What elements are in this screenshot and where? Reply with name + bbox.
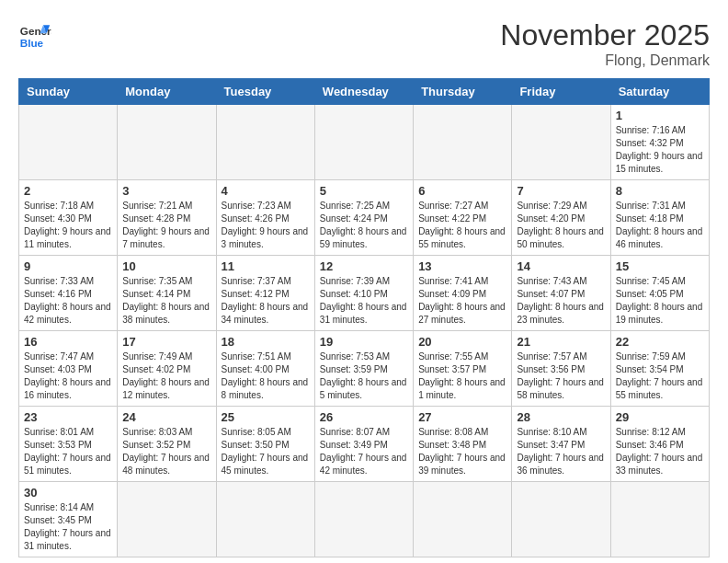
calendar-day-cell <box>216 105 314 180</box>
weekday-header-tuesday: Tuesday <box>216 79 314 105</box>
calendar-day-cell <box>512 482 610 557</box>
calendar-day-cell <box>512 105 610 180</box>
day-number: 10 <box>122 259 210 273</box>
day-number: 24 <box>122 410 210 424</box>
calendar-day-cell: 21Sunrise: 7:57 AM Sunset: 3:56 PM Dayli… <box>512 331 610 407</box>
day-number: 16 <box>24 335 112 349</box>
day-info: Sunrise: 7:45 AM Sunset: 4:05 PM Dayligh… <box>616 275 704 327</box>
logo: General Blue <box>18 18 51 52</box>
calendar-day-cell: 20Sunrise: 7:55 AM Sunset: 3:57 PM Dayli… <box>414 331 512 407</box>
day-number: 7 <box>517 184 605 198</box>
day-info: Sunrise: 7:29 AM Sunset: 4:20 PM Dayligh… <box>517 200 605 251</box>
day-info: Sunrise: 7:23 AM Sunset: 4:26 PM Dayligh… <box>222 200 310 251</box>
calendar-day-cell: 19Sunrise: 7:53 AM Sunset: 3:59 PM Dayli… <box>314 331 413 407</box>
day-info: Sunrise: 7:35 AM Sunset: 4:14 PM Dayligh… <box>122 275 210 327</box>
day-info: Sunrise: 8:01 AM Sunset: 3:53 PM Dayligh… <box>24 426 112 477</box>
month-title: November 2025 <box>500 18 710 52</box>
day-number: 15 <box>616 259 704 273</box>
calendar-day-cell: 9Sunrise: 7:33 AM Sunset: 4:16 PM Daylig… <box>19 256 118 331</box>
svg-text:Blue: Blue <box>20 37 44 49</box>
calendar-day-cell: 28Sunrise: 8:10 AM Sunset: 3:47 PM Dayli… <box>512 407 610 482</box>
calendar-week-row: 1Sunrise: 7:16 AM Sunset: 4:32 PM Daylig… <box>19 105 710 180</box>
calendar-day-cell: 12Sunrise: 7:39 AM Sunset: 4:10 PM Dayli… <box>314 256 413 331</box>
weekday-header-friday: Friday <box>512 79 610 105</box>
day-number: 30 <box>24 486 112 500</box>
location: Flong, Denmark <box>500 52 710 69</box>
calendar-day-cell: 13Sunrise: 7:41 AM Sunset: 4:09 PM Dayli… <box>414 256 512 331</box>
day-number: 14 <box>517 259 605 273</box>
day-number: 5 <box>320 184 408 198</box>
calendar-day-cell <box>610 482 709 557</box>
calendar-day-cell: 2Sunrise: 7:18 AM Sunset: 4:30 PM Daylig… <box>19 180 118 256</box>
weekday-header-sunday: Sunday <box>19 79 118 105</box>
day-info: Sunrise: 7:39 AM Sunset: 4:10 PM Dayligh… <box>320 275 408 327</box>
day-number: 9 <box>24 259 112 273</box>
day-number: 2 <box>24 184 112 198</box>
day-info: Sunrise: 7:33 AM Sunset: 4:16 PM Dayligh… <box>24 275 112 327</box>
day-info: Sunrise: 7:25 AM Sunset: 4:24 PM Dayligh… <box>320 200 408 251</box>
calendar-day-cell: 1Sunrise: 7:16 AM Sunset: 4:32 PM Daylig… <box>610 105 709 180</box>
day-info: Sunrise: 7:41 AM Sunset: 4:09 PM Dayligh… <box>418 275 506 327</box>
day-number: 6 <box>418 184 506 198</box>
calendar-day-cell: 15Sunrise: 7:45 AM Sunset: 4:05 PM Dayli… <box>610 256 709 331</box>
calendar-day-cell: 27Sunrise: 8:08 AM Sunset: 3:48 PM Dayli… <box>414 407 512 482</box>
weekday-header-thursday: Thursday <box>414 79 512 105</box>
day-info: Sunrise: 7:18 AM Sunset: 4:30 PM Dayligh… <box>24 200 112 251</box>
day-number: 11 <box>222 259 310 273</box>
day-number: 25 <box>222 410 310 424</box>
title-section: November 2025 Flong, Denmark <box>500 18 710 69</box>
day-number: 12 <box>320 259 408 273</box>
calendar-day-cell: 30Sunrise: 8:14 AM Sunset: 3:45 PM Dayli… <box>19 482 118 557</box>
calendar-week-row: 9Sunrise: 7:33 AM Sunset: 4:16 PM Daylig… <box>19 256 710 331</box>
day-info: Sunrise: 7:16 AM Sunset: 4:32 PM Dayligh… <box>616 124 704 176</box>
weekday-header-saturday: Saturday <box>610 79 709 105</box>
calendar-day-cell: 23Sunrise: 8:01 AM Sunset: 3:53 PM Dayli… <box>19 407 118 482</box>
calendar-week-row: 2Sunrise: 7:18 AM Sunset: 4:30 PM Daylig… <box>19 180 710 256</box>
day-number: 22 <box>616 335 704 349</box>
calendar-day-cell: 8Sunrise: 7:31 AM Sunset: 4:18 PM Daylig… <box>610 180 709 256</box>
day-number: 20 <box>418 335 506 349</box>
logo-icon: General Blue <box>18 18 51 52</box>
day-number: 29 <box>616 410 704 424</box>
calendar-day-cell <box>414 105 512 180</box>
day-info: Sunrise: 7:47 AM Sunset: 4:03 PM Dayligh… <box>24 350 112 402</box>
calendar-day-cell: 3Sunrise: 7:21 AM Sunset: 4:28 PM Daylig… <box>118 180 216 256</box>
day-number: 8 <box>616 184 704 198</box>
calendar-week-row: 16Sunrise: 7:47 AM Sunset: 4:03 PM Dayli… <box>19 331 710 407</box>
calendar-table: SundayMondayTuesdayWednesdayThursdayFrid… <box>18 78 710 557</box>
calendar-day-cell: 17Sunrise: 7:49 AM Sunset: 4:02 PM Dayli… <box>118 331 216 407</box>
weekday-header-row: SundayMondayTuesdayWednesdayThursdayFrid… <box>19 79 710 105</box>
day-number: 3 <box>122 184 210 198</box>
day-info: Sunrise: 7:49 AM Sunset: 4:02 PM Dayligh… <box>122 350 210 402</box>
day-info: Sunrise: 7:59 AM Sunset: 3:54 PM Dayligh… <box>616 350 704 402</box>
calendar-day-cell: 4Sunrise: 7:23 AM Sunset: 4:26 PM Daylig… <box>216 180 314 256</box>
calendar-day-cell: 14Sunrise: 7:43 AM Sunset: 4:07 PM Dayli… <box>512 256 610 331</box>
day-info: Sunrise: 8:12 AM Sunset: 3:46 PM Dayligh… <box>616 426 704 477</box>
day-number: 18 <box>222 335 310 349</box>
day-info: Sunrise: 8:10 AM Sunset: 3:47 PM Dayligh… <box>517 426 605 477</box>
calendar-day-cell <box>314 105 413 180</box>
page-header: General Blue November 2025 Flong, Denmar… <box>18 18 710 69</box>
day-info: Sunrise: 7:31 AM Sunset: 4:18 PM Dayligh… <box>616 200 704 251</box>
day-number: 1 <box>616 109 704 122</box>
day-number: 27 <box>418 410 506 424</box>
calendar-week-row: 30Sunrise: 8:14 AM Sunset: 3:45 PM Dayli… <box>19 482 710 557</box>
calendar-day-cell: 25Sunrise: 8:05 AM Sunset: 3:50 PM Dayli… <box>216 407 314 482</box>
day-number: 28 <box>517 410 605 424</box>
calendar-day-cell <box>118 482 216 557</box>
day-info: Sunrise: 8:08 AM Sunset: 3:48 PM Dayligh… <box>418 426 506 477</box>
calendar-day-cell <box>216 482 314 557</box>
day-info: Sunrise: 7:27 AM Sunset: 4:22 PM Dayligh… <box>418 200 506 251</box>
day-number: 17 <box>122 335 210 349</box>
calendar-day-cell <box>314 482 413 557</box>
calendar-day-cell: 7Sunrise: 7:29 AM Sunset: 4:20 PM Daylig… <box>512 180 610 256</box>
day-number: 19 <box>320 335 408 349</box>
calendar-day-cell: 16Sunrise: 7:47 AM Sunset: 4:03 PM Dayli… <box>19 331 118 407</box>
calendar-day-cell: 11Sunrise: 7:37 AM Sunset: 4:12 PM Dayli… <box>216 256 314 331</box>
weekday-header-wednesday: Wednesday <box>314 79 413 105</box>
calendar-day-cell: 26Sunrise: 8:07 AM Sunset: 3:49 PM Dayli… <box>314 407 413 482</box>
calendar-week-row: 23Sunrise: 8:01 AM Sunset: 3:53 PM Dayli… <box>19 407 710 482</box>
calendar-day-cell: 24Sunrise: 8:03 AM Sunset: 3:52 PM Dayli… <box>118 407 216 482</box>
day-number: 21 <box>517 335 605 349</box>
day-info: Sunrise: 7:21 AM Sunset: 4:28 PM Dayligh… <box>122 200 210 251</box>
